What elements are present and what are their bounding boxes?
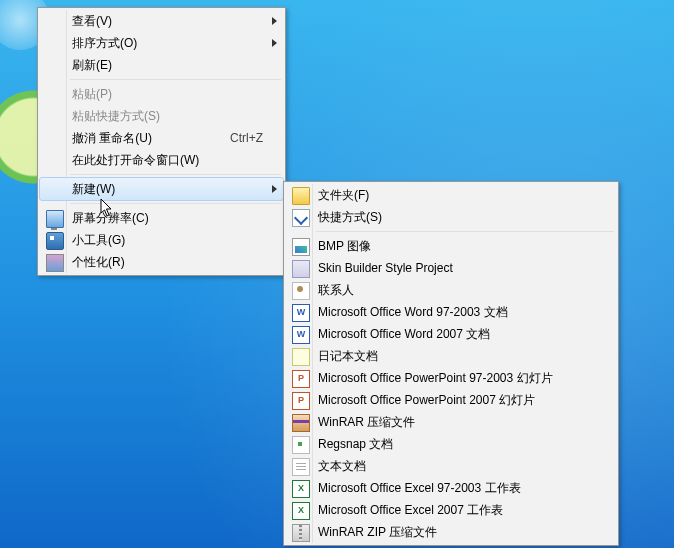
submenu-arrow-icon <box>272 185 277 193</box>
new-ppt-97-2003[interactable]: PMicrosoft Office PowerPoint 97-2003 幻灯片 <box>286 367 616 389</box>
word-docx-icon: W <box>292 326 310 344</box>
winrar-icon <box>292 414 310 432</box>
new-journal[interactable]: 日记本文档 <box>286 345 616 367</box>
desktop-context-menu[interactable]: 查看(V)排序方式(O)刷新(E)粘贴(P)粘贴快捷方式(S)撤消 重命名(U)… <box>37 7 286 276</box>
menu-item-shortcut: Ctrl+Z <box>212 131 263 145</box>
menu-item-label: 屏幕分辨率(C) <box>72 210 263 227</box>
new-word-2007[interactable]: WMicrosoft Office Word 2007 文档 <box>286 323 616 345</box>
menu-screen-resolution[interactable]: 屏幕分辨率(C) <box>40 207 283 229</box>
menu-item-label: Regsnap 文档 <box>318 436 596 453</box>
menu-item-label: 在此处打开命令窗口(W) <box>72 152 263 169</box>
menu-item-label: 快捷方式(S) <box>318 209 596 226</box>
new-excel-2007[interactable]: XMicrosoft Office Excel 2007 工作表 <box>286 499 616 521</box>
menu-item-label: 小工具(G) <box>72 232 263 249</box>
menu-item-label: WinRAR ZIP 压缩文件 <box>318 524 596 541</box>
menu-undo-rename[interactable]: 撤消 重命名(U)Ctrl+Z <box>40 127 283 149</box>
contact-icon <box>292 282 310 300</box>
monitor-icon <box>46 210 64 228</box>
excel-xlsx-icon: X <box>292 502 310 520</box>
menu-paste: 粘贴(P) <box>40 83 283 105</box>
menu-item-label: 文本文档 <box>318 458 596 475</box>
journal-icon <box>292 348 310 366</box>
menu-item-label: 粘贴快捷方式(S) <box>72 108 263 125</box>
new-ppt-2007[interactable]: PMicrosoft Office PowerPoint 2007 幻灯片 <box>286 389 616 411</box>
menu-item-label: Microsoft Office PowerPoint 97-2003 幻灯片 <box>318 370 596 387</box>
new-winrar-archive[interactable]: WinRAR 压缩文件 <box>286 411 616 433</box>
personalize-icon <box>46 254 64 272</box>
powerpoint-ppt-icon: P <box>292 370 310 388</box>
menu-item-label: BMP 图像 <box>318 238 596 255</box>
regsnap-icon <box>292 436 310 454</box>
new-winrar-zip[interactable]: WinRAR ZIP 压缩文件 <box>286 521 616 543</box>
submenu-arrow-icon <box>272 17 277 25</box>
menu-gadgets[interactable]: 小工具(G) <box>40 229 283 251</box>
new-folder[interactable]: 文件夹(F) <box>286 184 616 206</box>
menu-personalize[interactable]: 个性化(R) <box>40 251 283 273</box>
new-submenu[interactable]: 文件夹(F)快捷方式(S)BMP 图像Skin Builder Style Pr… <box>283 181 619 546</box>
menu-sort-by[interactable]: 排序方式(O) <box>40 32 283 54</box>
new-skin-builder-project[interactable]: Skin Builder Style Project <box>286 257 616 279</box>
menu-paste-shortcut: 粘贴快捷方式(S) <box>40 105 283 127</box>
new-regsnap[interactable]: Regsnap 文档 <box>286 433 616 455</box>
menu-item-label: 联系人 <box>318 282 596 299</box>
menu-view[interactable]: 查看(V) <box>40 10 283 32</box>
new-shortcut[interactable]: 快捷方式(S) <box>286 206 616 228</box>
new-excel-97-2003[interactable]: XMicrosoft Office Excel 97-2003 工作表 <box>286 477 616 499</box>
menu-item-label: 个性化(R) <box>72 254 263 271</box>
menu-new[interactable]: 新建(W) <box>39 177 284 201</box>
menu-item-label: 日记本文档 <box>318 348 596 365</box>
menu-item-label: 新建(W) <box>72 181 263 198</box>
bmp-icon <box>292 238 310 256</box>
menu-item-label: 查看(V) <box>72 13 263 30</box>
menu-refresh[interactable]: 刷新(E) <box>40 54 283 76</box>
word-doc-icon: W <box>292 304 310 322</box>
new-bmp-image[interactable]: BMP 图像 <box>286 235 616 257</box>
new-text-document[interactable]: 文本文档 <box>286 455 616 477</box>
menu-separator <box>316 231 614 232</box>
powerpoint-pptx-icon: P <box>292 392 310 410</box>
menu-item-label: Microsoft Office PowerPoint 2007 幻灯片 <box>318 392 596 409</box>
new-contact[interactable]: 联系人 <box>286 279 616 301</box>
menu-open-cmd-here[interactable]: 在此处打开命令窗口(W) <box>40 149 283 171</box>
menu-item-label: 排序方式(O) <box>72 35 263 52</box>
excel-xls-icon: X <box>292 480 310 498</box>
menu-item-label: 文件夹(F) <box>318 187 596 204</box>
skin-project-icon <box>292 260 310 278</box>
folder-icon <box>292 187 310 205</box>
gadget-icon <box>46 232 64 250</box>
menu-item-label: Microsoft Office Excel 97-2003 工作表 <box>318 480 596 497</box>
menu-item-label: WinRAR 压缩文件 <box>318 414 596 431</box>
text-file-icon <box>292 458 310 476</box>
menu-item-label: 粘贴(P) <box>72 86 263 103</box>
desktop: 查看(V)排序方式(O)刷新(E)粘贴(P)粘贴快捷方式(S)撤消 重命名(U)… <box>0 0 674 548</box>
menu-item-label: 撤消 重命名(U) <box>72 130 212 147</box>
shortcut-icon <box>292 209 310 227</box>
menu-item-label: 刷新(E) <box>72 57 263 74</box>
menu-separator <box>70 203 281 204</box>
menu-item-label: Microsoft Office Word 97-2003 文档 <box>318 304 596 321</box>
new-word-97-2003[interactable]: WMicrosoft Office Word 97-2003 文档 <box>286 301 616 323</box>
submenu-arrow-icon <box>272 39 277 47</box>
menu-item-label: Skin Builder Style Project <box>318 261 596 275</box>
menu-separator <box>70 174 281 175</box>
menu-item-label: Microsoft Office Word 2007 文档 <box>318 326 596 343</box>
menu-separator <box>70 79 281 80</box>
winrar-zip-icon <box>292 524 310 542</box>
menu-item-label: Microsoft Office Excel 2007 工作表 <box>318 502 596 519</box>
